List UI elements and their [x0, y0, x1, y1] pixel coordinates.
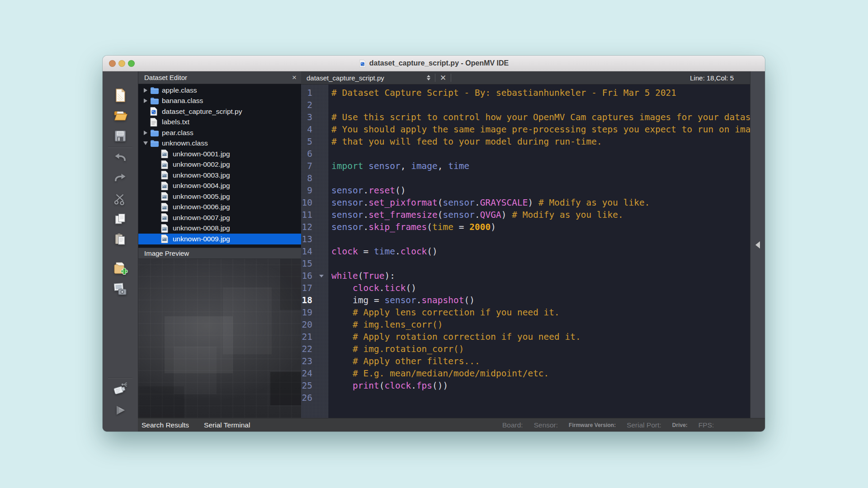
tree-item[interactable]: unknown-0007.jpg: [138, 212, 301, 223]
toolbar-group: [113, 381, 128, 418]
code-line[interactable]: sensor.set_pixformat(sensor.GRAYSCALE) #…: [329, 197, 750, 209]
expand-left-icon: [755, 241, 760, 249]
line-number: 4: [301, 123, 312, 136]
tree-item[interactable]: unknown-0001.jpg: [138, 149, 301, 160]
code-line[interactable]: sensor.reset(): [329, 184, 750, 197]
code-line[interactable]: [329, 392, 750, 404]
chevron-right-icon[interactable]: [141, 131, 150, 135]
code-line[interactable]: # E.g. mean/median/mode/midpoint/etc.: [329, 367, 750, 380]
code-lines[interactable]: # Dataset Capture Script - By: sebastian…: [329, 84, 750, 418]
line-number: 26: [301, 392, 312, 404]
python-file-icon: [150, 107, 160, 116]
code-line[interactable]: import sensor, image, time: [329, 160, 750, 172]
tab-close-icon[interactable]: ✕: [435, 73, 451, 83]
tree-item-label: unknown-0007.jpg: [171, 214, 230, 222]
start-script-button[interactable]: [113, 403, 128, 418]
connect-board-button[interactable]: [113, 381, 128, 397]
line-number: 12: [301, 221, 312, 233]
code-area[interactable]: 1234567891011121314151617181920212223242…: [301, 84, 750, 418]
preview-shadow-block: [280, 259, 301, 310]
tree-item[interactable]: apple.class: [138, 85, 301, 96]
tree-item[interactable]: unknown-0002.jpg: [138, 160, 301, 170]
code-line[interactable]: # img.lens_corr(): [329, 319, 750, 331]
tree-item[interactable]: unknown-0009.jpg: [138, 234, 301, 244]
open-file-button[interactable]: [113, 108, 128, 123]
tree-item-label: dataset_capture_script.py: [160, 108, 242, 116]
code-line[interactable]: img = sensor.snapshot(): [329, 294, 750, 306]
image-file-icon: [161, 213, 171, 222]
code-line[interactable]: sensor.skip_frames(time = 2000): [329, 221, 750, 233]
tree-item[interactable]: unknown-0003.jpg: [138, 170, 301, 181]
tab-label: dataset_capture_script.py: [301, 74, 384, 82]
line-number: 22: [301, 343, 312, 355]
code-line[interactable]: [329, 172, 750, 184]
tree-item[interactable]: banana.class: [138, 96, 301, 107]
code-line[interactable]: clock = time.clock(): [329, 245, 750, 258]
line-number: 9: [301, 184, 312, 197]
code-line[interactable]: # img.rotation_corr(): [329, 343, 750, 355]
code-line[interactable]: # Use this script to control how your Op…: [329, 111, 750, 123]
status-field: Drive:: [672, 422, 688, 428]
code-line[interactable]: # Dataset Capture Script - By: sebastian…: [329, 87, 750, 99]
title-bar[interactable]: dataset_capture_script.py - OpenMV IDE: [103, 56, 765, 71]
line-number: 11: [301, 209, 312, 221]
fold-marker-icon[interactable]: [319, 275, 324, 277]
search-results-tab[interactable]: Search Results: [142, 421, 189, 429]
status-field: FPS:: [698, 421, 714, 429]
save-file-button[interactable]: [113, 128, 128, 144]
redo-button[interactable]: [113, 171, 128, 186]
code-line[interactable]: # Apply rotation correction if you need …: [329, 331, 750, 343]
tree-item[interactable]: unknown-0005.jpg: [138, 191, 301, 202]
tree-item-label: pear.class: [160, 129, 193, 137]
tree-item[interactable]: dataset_capture_script.py: [138, 106, 301, 117]
right-panel-handle[interactable]: [750, 71, 765, 418]
close-icon[interactable]: ×: [292, 74, 297, 81]
chevron-right-icon[interactable]: [141, 88, 150, 93]
tab-switcher-icon[interactable]: [427, 75, 430, 80]
new-file-button[interactable]: [113, 88, 128, 103]
close-window-button[interactable]: [109, 60, 116, 67]
code-line[interactable]: [329, 233, 750, 245]
tree-item[interactable]: unknown.class: [138, 138, 301, 149]
code-line[interactable]: print(clock.fps()): [329, 380, 750, 392]
toolbar-separator: [108, 378, 132, 378]
code-line[interactable]: sensor.set_framesize(sensor.QVGA) # Modi…: [329, 209, 750, 221]
code-line[interactable]: clock.tick(): [329, 282, 750, 294]
tree-item[interactable]: unknown-0004.jpg: [138, 181, 301, 192]
tree-item[interactable]: unknown-0006.jpg: [138, 202, 301, 213]
tree-item-label: unknown-0009.jpg: [171, 235, 230, 243]
tab-dataset-capture-script[interactable]: dataset_capture_script.py: [301, 71, 435, 84]
chevron-down-icon[interactable]: [141, 141, 150, 145]
capture-data-button[interactable]: [113, 282, 128, 297]
start-script-icon: [113, 403, 128, 418]
copy-button[interactable]: [113, 211, 128, 227]
zoom-window-button[interactable]: [128, 60, 135, 67]
tree-item[interactable]: labels.txt: [138, 117, 301, 128]
cut-button[interactable]: [113, 191, 128, 206]
undo-button[interactable]: [113, 150, 128, 166]
code-line[interactable]: [329, 258, 750, 270]
minimize-window-button[interactable]: [118, 60, 125, 67]
tree-item[interactable]: pear.class: [138, 127, 301, 138]
code-line[interactable]: # You should apply the same image pre-pr…: [329, 123, 750, 136]
code-line[interactable]: # Apply lens correction if you need it.: [329, 306, 750, 319]
line-number: 5: [301, 136, 312, 148]
tree-item-label: unknown-0008.jpg: [171, 224, 230, 232]
code-line[interactable]: while(True):: [329, 270, 750, 282]
code-line[interactable]: # Apply other filters...: [329, 355, 750, 367]
text-file-icon: [150, 118, 160, 127]
tree-item[interactable]: unknown-0008.jpg: [138, 223, 301, 234]
code-line[interactable]: [329, 99, 750, 111]
image-file-icon: [161, 203, 171, 211]
paste-button[interactable]: [113, 232, 128, 247]
code-line[interactable]: # that you will feed to your model durin…: [329, 136, 750, 148]
python-file-icon: [359, 60, 366, 67]
new-class-folder-button[interactable]: [113, 261, 128, 277]
toolbar-group: [113, 150, 128, 247]
status-bar: Search Results Serial Terminal Board:Sen…: [138, 418, 765, 432]
status-field: Sensor:: [534, 421, 558, 429]
folder-icon: [150, 129, 160, 136]
code-line[interactable]: [329, 148, 750, 160]
chevron-right-icon[interactable]: [141, 99, 150, 103]
serial-terminal-tab[interactable]: Serial Terminal: [204, 421, 250, 429]
